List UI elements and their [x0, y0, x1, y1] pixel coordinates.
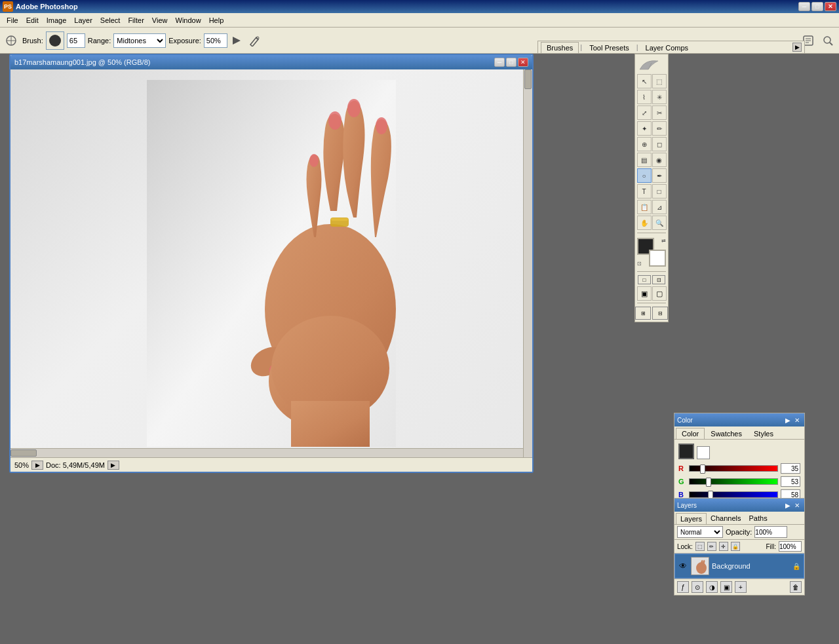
menu-layer[interactable]: Layer [70, 15, 96, 26]
airbrush-btn[interactable] [246, 32, 263, 49]
brush-preview[interactable] [46, 31, 64, 50]
crop-tool[interactable]: ⤢ [637, 105, 652, 120]
swap-colors-btn[interactable]: ⇄ [661, 238, 666, 244]
layer-visibility-toggle[interactable]: 👁 [678, 561, 688, 571]
panel-menu-btn[interactable]: ▶ [792, 43, 802, 52]
tool-presets-tab[interactable]: Tool Presets [583, 42, 635, 53]
brush-tool[interactable]: ✏ [652, 121, 667, 136]
color-fg-preview[interactable] [678, 444, 694, 459]
background-color[interactable] [649, 250, 666, 267]
blue-slider-track[interactable] [689, 491, 778, 498]
close-button[interactable]: ✕ [825, 2, 836, 11]
exposure-input[interactable] [204, 33, 227, 48]
doc-close-btn[interactable]: ✕ [518, 58, 528, 67]
red-slider-track[interactable] [689, 465, 778, 472]
green-slider-thumb[interactable] [706, 478, 711, 487]
menu-filter[interactable]: Filter [124, 15, 147, 26]
pen-tool[interactable]: ✒ [652, 168, 667, 183]
brushes-tab[interactable]: Brushes [541, 42, 579, 53]
exposure-slider-btn[interactable] [230, 34, 243, 47]
quick-mask-btn[interactable]: ⊡ [652, 275, 665, 284]
channels-tab[interactable]: Channels [707, 513, 745, 524]
screen-mode-2[interactable]: ▢ [652, 286, 667, 301]
swatches-tab[interactable]: Swatches [705, 428, 748, 439]
move-tool[interactable]: ↖ [637, 74, 652, 88]
fill-value[interactable] [779, 541, 802, 552]
color-tab[interactable]: Color [676, 428, 705, 439]
status-menu-btn[interactable]: ▶ [107, 461, 119, 470]
layer-mask-btn[interactable]: ⊙ [692, 581, 703, 593]
zoom-menu-btn[interactable]: ▶ [31, 461, 43, 470]
tool-icon[interactable] [3, 32, 20, 49]
color-bg-preview[interactable] [697, 446, 710, 459]
new-layer-btn[interactable]: + [735, 581, 747, 593]
range-select[interactable]: Midtones Shadows Highlights [113, 33, 166, 48]
blend-mode-select[interactable]: Normal Multiply Screen [677, 526, 723, 538]
lock-transparency-btn[interactable]: ⬚ [695, 542, 705, 551]
eyedropper[interactable]: ⊿ [652, 200, 667, 214]
hand-tool[interactable]: ✋ [637, 216, 652, 230]
notes-tool[interactable]: 📋 [637, 200, 652, 214]
horizontal-scrollbar[interactable] [10, 448, 523, 457]
doc-maximize-btn[interactable]: □ [506, 58, 517, 67]
brush-size-input[interactable] [67, 33, 85, 48]
type-tool[interactable]: T [637, 184, 652, 199]
layer-group-btn[interactable]: ▣ [720, 581, 732, 593]
standard-mode-btn[interactable]: □ [638, 275, 651, 284]
color-panel-close-btn[interactable]: ✕ [792, 415, 802, 425]
color-panel-expand-btn[interactable]: ▶ [783, 415, 792, 425]
blur-tool[interactable]: ◉ [652, 153, 667, 167]
menu-select[interactable]: Select [96, 15, 125, 26]
layer-fill-btn[interactable]: ◑ [706, 581, 718, 593]
jump-to-btn[interactable]: ⊟ [652, 307, 668, 320]
maximize-button[interactable]: □ [811, 2, 823, 11]
paths-tab[interactable]: Paths [745, 513, 771, 524]
vertical-scrollbar[interactable] [523, 69, 532, 457]
layer-comps-tab[interactable]: Layer Comps [640, 42, 694, 53]
lock-paint-btn[interactable]: ✏ [707, 542, 716, 551]
window-controls: ─ □ ✕ [798, 2, 836, 11]
shape-tool[interactable]: □ [652, 184, 667, 199]
magic-wand[interactable]: ✳ [652, 90, 667, 104]
gradient-tool[interactable]: ▤ [637, 153, 652, 167]
menu-help[interactable]: Help [205, 15, 228, 26]
image-ready-btn[interactable]: ⊞ [635, 307, 651, 320]
layers-panel-expand-btn[interactable]: ▶ [783, 501, 792, 510]
eraser-tool[interactable]: ◻ [652, 137, 667, 151]
doc-minimize-btn[interactable]: ─ [494, 58, 505, 67]
red-channel-row: R [678, 463, 800, 474]
slice-tool[interactable]: ✂ [652, 105, 667, 120]
selection-tool[interactable]: ⬚ [652, 74, 667, 88]
tool-row-6: ▤ ◉ [637, 153, 667, 167]
exposure-label: Exposure: [168, 37, 201, 45]
layers-panel-close-btn[interactable]: ✕ [792, 501, 802, 510]
lock-all-btn[interactable]: 🔒 [731, 542, 740, 551]
menu-image[interactable]: Image [43, 15, 71, 26]
zoom-btn[interactable] [819, 32, 836, 49]
clone-stamp[interactable]: ⊕ [637, 137, 652, 151]
layers-tab[interactable]: Layers [676, 513, 707, 524]
styles-tab[interactable]: Styles [748, 428, 779, 439]
green-value[interactable] [781, 476, 800, 487]
minimize-button[interactable]: ─ [798, 2, 810, 11]
delete-layer-btn[interactable]: 🗑 [790, 581, 802, 593]
lasso-tool[interactable]: ⌇ [637, 90, 652, 104]
layer-background[interactable]: 👁 Background 🔒 [674, 554, 804, 578]
menu-file[interactable]: File [3, 15, 22, 26]
lock-move-btn[interactable]: ✛ [719, 542, 728, 551]
menu-view[interactable]: View [148, 15, 172, 26]
red-value[interactable] [781, 463, 800, 474]
menu-edit[interactable]: Edit [22, 15, 43, 26]
patch-tool[interactable]: ✦ [637, 121, 652, 136]
zoom-tool[interactable]: 🔍 [652, 216, 667, 230]
default-colors-btn[interactable]: ⊡ [637, 261, 642, 267]
dodge-tool[interactable]: ○ [637, 168, 652, 183]
screen-mode-1[interactable]: ▣ [637, 286, 652, 301]
tool-row-10: ✋ 🔍 [637, 216, 667, 230]
menu-window[interactable]: Window [172, 15, 205, 26]
opacity-input[interactable] [754, 526, 787, 538]
red-slider-thumb[interactable] [700, 464, 705, 474]
layer-style-btn[interactable]: ƒ [677, 581, 689, 593]
document-canvas[interactable] [10, 69, 532, 457]
green-slider-track[interactable] [689, 478, 778, 485]
